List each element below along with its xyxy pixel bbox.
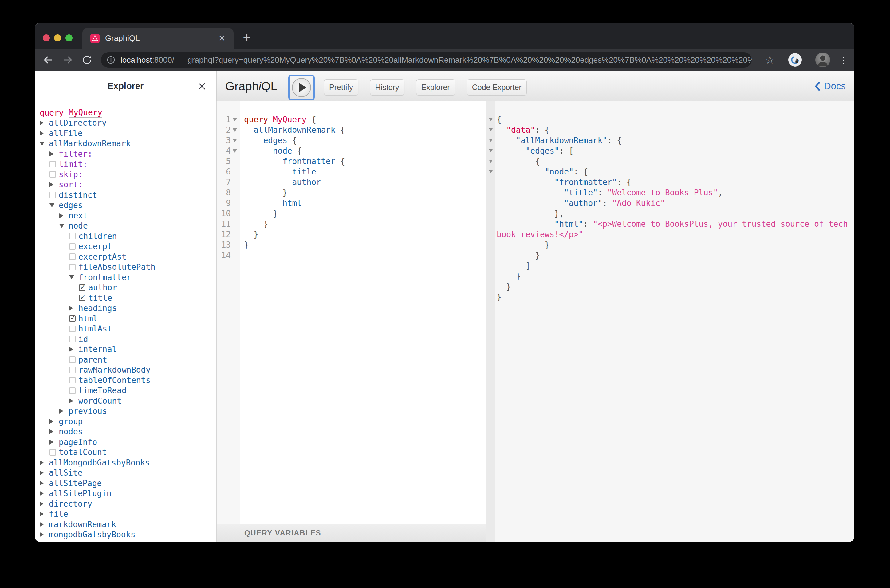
explorer-row-allSitePlugin[interactable]: allSitePlugin (35, 489, 216, 499)
fold-arrow-icon[interactable] (233, 118, 237, 122)
profile-avatar[interactable] (815, 52, 830, 67)
field-label[interactable]: nodes (59, 427, 83, 436)
fold-arrow-icon[interactable] (233, 149, 237, 153)
field-label[interactable]: previous (69, 406, 107, 416)
field-label[interactable]: allFile (49, 129, 83, 138)
explorer-row-parent[interactable]: parent (35, 354, 216, 365)
expand-arrow-icon[interactable] (59, 213, 63, 218)
field-label[interactable]: distinct (59, 190, 97, 200)
field-label[interactable]: allMongodbGatsbyBooks (49, 458, 150, 467)
tab-close-icon[interactable]: ✕ (219, 33, 225, 44)
fold-arrow-icon[interactable] (489, 170, 493, 173)
field-label[interactable]: site (49, 540, 68, 542)
field-label[interactable]: allSitePlugin (49, 489, 111, 498)
explorer-row-wordCount[interactable]: wordCount (35, 396, 216, 406)
field-label[interactable]: filter: (59, 149, 93, 159)
explorer-row-excerpt[interactable]: excerpt (35, 242, 216, 252)
field-label[interactable]: totalCount (59, 448, 107, 457)
field-label[interactable]: node (69, 221, 88, 230)
checkbox[interactable] (50, 161, 56, 167)
explorer-row-markdownRemark[interactable]: markdownRemark (35, 519, 216, 530)
explorer-row-timeToRead[interactable]: timeToRead (35, 386, 216, 396)
checkbox[interactable] (50, 192, 56, 198)
docs-link[interactable]: Docs (814, 71, 846, 101)
field-label[interactable]: allSite (49, 468, 83, 477)
fold-arrow-icon[interactable] (489, 139, 493, 142)
checkbox[interactable] (50, 449, 56, 456)
field-label[interactable]: parent (78, 355, 107, 364)
expand-arrow-icon[interactable] (69, 347, 73, 352)
execute-query-button[interactable] (292, 78, 311, 97)
explorer-row-file[interactable]: file (35, 509, 216, 519)
expand-arrow-icon[interactable] (40, 131, 44, 136)
field-label[interactable]: group (59, 417, 83, 426)
window-minimize-button[interactable] (54, 34, 61, 42)
explorer-row-previous[interactable]: previous (35, 406, 216, 417)
explorer-row-mongodbGatsbyBooks[interactable]: mongodbGatsbyBooks (35, 530, 216, 540)
explorer-row-rawMarkdownBody[interactable]: rawMarkdownBody (35, 365, 216, 375)
variables-bar[interactable]: QUERY VARIABLES (217, 524, 486, 542)
field-label[interactable]: directory (49, 499, 92, 508)
field-label[interactable]: author (88, 283, 117, 292)
field-label[interactable]: title (88, 293, 112, 303)
address-field[interactable]: localhost:8000/___graphql?query=query%20… (101, 52, 752, 68)
field-label[interactable]: id (78, 334, 88, 344)
checkbox-checked[interactable] (79, 285, 86, 291)
bookmark-star-icon[interactable]: ☆ (763, 48, 777, 71)
explorer-row-edges[interactable]: edges (35, 200, 216, 211)
field-label[interactable]: pageInfo (59, 438, 97, 447)
new-tab-button[interactable]: + (237, 28, 256, 46)
field-label[interactable]: htmlAst (78, 324, 112, 333)
field-label[interactable]: html (78, 314, 98, 323)
explorer-row-headings[interactable]: headings (35, 303, 216, 314)
checkbox[interactable] (69, 356, 76, 363)
field-label[interactable]: internal (78, 345, 117, 354)
field-label[interactable]: mongodbGatsbyBooks (49, 530, 135, 539)
field-label[interactable]: limit: (59, 159, 88, 169)
field-label[interactable]: headings (78, 303, 117, 313)
explorer-row-distinct[interactable]: distinct (35, 190, 216, 200)
code-exporter-button[interactable]: Code Exporter (467, 79, 527, 95)
explorer-close-icon[interactable] (197, 71, 207, 101)
back-button[interactable] (40, 48, 57, 71)
expand-arrow-icon[interactable] (50, 182, 54, 187)
explorer-row-limit[interactable]: limit: (35, 159, 216, 170)
expand-arrow-icon[interactable] (40, 501, 44, 506)
collapse-arrow-icon[interactable] (59, 224, 64, 228)
explorer-row-group[interactable]: group (35, 416, 216, 427)
explorer-row-totalCount[interactable]: totalCount (35, 447, 216, 458)
field-label[interactable]: file (49, 509, 68, 519)
expand-arrow-icon[interactable] (50, 440, 54, 444)
prettify-button[interactable]: Prettify (324, 79, 358, 95)
explorer-row-directory[interactable]: directory (35, 499, 216, 509)
expand-arrow-icon[interactable] (40, 491, 44, 496)
site-info-icon[interactable] (107, 55, 116, 64)
explorer-row-skip[interactable]: skip: (35, 169, 216, 180)
field-label[interactable]: sort: (59, 180, 83, 189)
explorer-row-pageInfo[interactable]: pageInfo (35, 437, 216, 447)
explorer-row-allFile[interactable]: allFile (35, 128, 216, 138)
explorer-toggle-button[interactable]: Explorer (416, 79, 455, 95)
expand-arrow-icon[interactable] (40, 470, 44, 475)
field-label[interactable]: next (69, 211, 88, 220)
explorer-row-nodes[interactable]: nodes (35, 427, 216, 437)
reload-button[interactable] (78, 48, 96, 71)
expand-arrow-icon[interactable] (50, 152, 54, 156)
explorer-row-node[interactable]: node (35, 221, 216, 231)
window-zoom-button[interactable] (66, 34, 72, 42)
field-label[interactable]: markdownRemark (49, 520, 116, 529)
checkbox[interactable] (69, 254, 76, 260)
field-label[interactable]: frontmatter (78, 273, 131, 282)
collapse-arrow-icon[interactable] (40, 142, 45, 146)
checkbox[interactable] (69, 264, 76, 270)
expand-arrow-icon[interactable] (59, 409, 63, 414)
field-label[interactable]: timeToRead (78, 386, 127, 395)
extension-icon[interactable] (788, 53, 802, 67)
checkbox[interactable] (69, 367, 76, 373)
expand-arrow-icon[interactable] (40, 460, 44, 465)
field-label[interactable]: skip: (59, 170, 83, 179)
fold-arrow-icon[interactable] (489, 118, 493, 121)
field-label[interactable]: allMarkdownRemark (49, 139, 131, 148)
expand-arrow-icon[interactable] (69, 306, 73, 310)
explorer-row-author[interactable]: author (35, 283, 216, 293)
